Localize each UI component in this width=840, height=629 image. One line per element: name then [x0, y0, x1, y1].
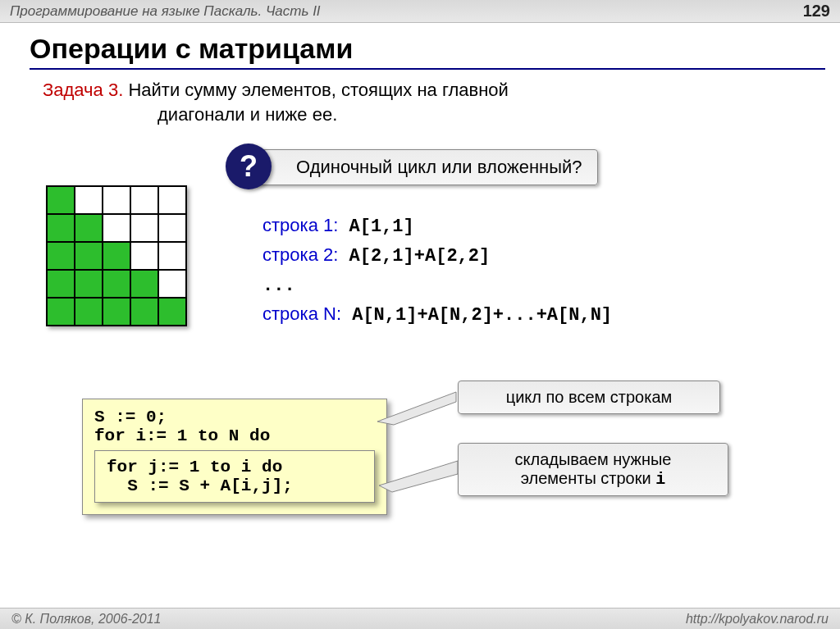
- note2-line2b: i: [655, 470, 665, 489]
- task-line2: диагонали и ниже ее.: [158, 103, 791, 127]
- title-underline: [30, 68, 825, 70]
- row-expressions: строка 1: A[1,1] строка 2: A[2,1]+A[2,2]…: [262, 212, 612, 330]
- note-box-1: цикл по всем строкам: [458, 381, 720, 414]
- code-box-inner: for j:= 1 to i do S := S + A[i,j];: [94, 450, 375, 503]
- header-bar: Программирование на языке Паскаль. Часть…: [0, 0, 840, 23]
- matrix-diagram: [46, 185, 187, 326]
- row1-label: строка 1:: [262, 215, 338, 235]
- note2-line1: складываем нужные: [515, 450, 672, 468]
- row2-label: строка 2:: [262, 244, 338, 265]
- rowN-label: строка N:: [262, 303, 341, 324]
- matrix-grid: [46, 185, 187, 326]
- rowN-code: A[N,1]+A[N,2]+...+A[N,N]: [341, 305, 612, 326]
- code-inner-line1: for j:= 1 to i do: [107, 458, 363, 476]
- footer-copyright: © К. Поляков, 2006-2011: [11, 612, 161, 627]
- note1-text: цикл по всем строкам: [506, 388, 673, 406]
- page-title: Операции с матрицами: [30, 33, 840, 65]
- code-outer-line1: S := 0;: [94, 408, 375, 426]
- question-box: ? Одиночный цикл или вложенный?: [246, 149, 598, 185]
- footer-bar: © К. Поляков, 2006-2011 http://kpolyakov…: [0, 608, 840, 629]
- note-box-2: складываем нужные элементы строки i: [458, 443, 728, 496]
- code-inner-line2: S := S + A[i,j];: [107, 476, 363, 495]
- footer-url: http://kpolyakov.narod.ru: [686, 612, 829, 627]
- question-icon: ?: [226, 144, 272, 189]
- row-dots: ...: [262, 276, 295, 296]
- arrow-to-note2: [379, 456, 469, 497]
- header-title: Программирование на языке Паскаль. Часть…: [10, 3, 321, 20]
- task-text: Задача 3. Найти сумму элементов, стоящих…: [43, 78, 791, 126]
- row1-code: A[1,1]: [338, 217, 413, 237]
- svg-marker-0: [377, 392, 456, 425]
- code-outer-line2: for i:= 1 to N do: [94, 426, 375, 445]
- page-number: 129: [803, 2, 830, 21]
- code-box-outer: S := 0; for i:= 1 to N do for j:= 1 to i…: [82, 399, 387, 515]
- row2-code: A[2,1]+A[2,2]: [338, 246, 490, 267]
- arrow-to-note1: [377, 385, 468, 426]
- svg-marker-1: [379, 461, 458, 492]
- task-label: Задача 3.: [43, 80, 123, 100]
- note2-line2a: элементы строки: [521, 469, 655, 487]
- task-line1: Найти сумму элементов, стоящих на главно…: [123, 80, 509, 100]
- question-text: Одиночный цикл или вложенный?: [296, 157, 582, 177]
